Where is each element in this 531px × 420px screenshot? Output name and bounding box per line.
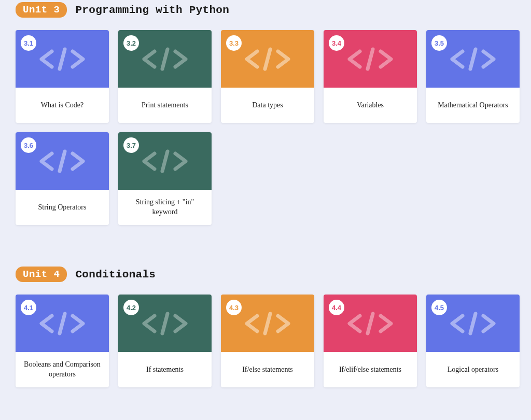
lesson-title: Mathematical Operators [438,101,508,110]
lesson-title: Print statements [142,101,188,110]
card-banner: 4.5 [426,295,520,352]
code-icon [136,46,193,72]
lesson-number-badge: 3.3 [226,35,242,51]
lesson-card[interactable]: 3.5 Mathematical Operators [426,30,520,123]
lesson-title: String Operators [38,203,87,213]
lesson-card[interactable]: 3.3 Data types [221,30,314,123]
unit-badge: Unit 3 [16,2,67,18]
lesson-title: String slicing + "in" keyword [123,198,206,217]
code-icon [444,311,501,337]
card-footer: Mathematical Operators [426,88,520,123]
card-banner: 3.1 [16,30,109,88]
lesson-card[interactable]: 3.7 String slicing + "in" keyword [118,132,212,225]
card-banner: 3.6 [16,132,109,190]
code-icon [342,311,399,337]
lesson-card[interactable]: 3.4 Variables [324,30,417,123]
lesson-title: Data types [252,101,283,110]
unit-header: Unit 3 Programming with Python [16,2,515,18]
code-icon [239,46,296,72]
lesson-card[interactable]: 4.3 If/else statements [221,295,314,387]
lesson-number-badge: 3.6 [21,137,36,153]
lesson-card[interactable]: 4.2 If statements [118,295,212,387]
card-footer: Variables [324,88,417,123]
card-footer: What is Code? [16,88,109,123]
lesson-number-badge: 3.7 [123,137,139,153]
lesson-number-badge: 3.2 [123,35,139,51]
card-banner: 3.7 [118,132,212,190]
card-footer: Data types [221,88,314,123]
lesson-card[interactable]: 3.6 String Operators [16,132,109,225]
unit-title: Conditionals [75,269,156,281]
card-banner: 3.4 [324,30,417,88]
card-banner: 4.1 [16,295,109,352]
unit-title: Programming with Python [75,4,229,16]
lesson-number-badge: 4.5 [431,300,447,315]
code-icon [239,311,296,337]
card-banner: 4.2 [118,295,212,352]
card-footer: If/else statements [221,352,314,387]
card-footer: If/elif/else statements [324,352,417,387]
card-banner: 4.3 [221,295,314,352]
lesson-grid-unit-4: 4.1 Booleans and Comparison operators 4.… [16,295,515,387]
code-icon [342,46,399,72]
lesson-card[interactable]: 3.2 Print statements [118,30,212,123]
lesson-card[interactable]: 3.1 What is Code? [16,30,109,123]
lesson-title: Logical operators [448,365,498,375]
lesson-card[interactable]: 4.1 Booleans and Comparison operators [16,295,109,387]
card-footer: If statements [118,352,212,387]
code-icon [34,46,91,72]
lesson-title: Variables [357,101,384,110]
card-footer: Logical operators [426,352,520,387]
code-icon [136,311,193,337]
card-banner: 4.4 [324,295,417,352]
lesson-number-badge: 4.2 [123,300,139,315]
code-icon [444,46,501,72]
lesson-title: If/elif/else statements [339,365,401,375]
lesson-number-badge: 4.4 [329,300,344,315]
lesson-number-badge: 3.4 [329,35,344,51]
unit-badge: Unit 4 [16,267,67,282]
card-banner: 3.2 [118,30,212,88]
card-banner: 3.3 [221,30,314,88]
unit-header: Unit 4 Conditionals [16,267,515,282]
card-footer: Print statements [118,88,212,123]
lesson-number-badge: 3.5 [431,35,447,51]
lesson-number-badge: 4.1 [21,300,36,315]
lesson-number-badge: 4.3 [226,300,242,315]
lesson-title: What is Code? [41,101,83,110]
lesson-number-badge: 3.1 [21,35,36,51]
lesson-title: If statements [146,365,184,375]
lesson-title: Booleans and Comparison operators [21,360,104,380]
lesson-title: If/else statements [242,365,293,375]
card-footer: String Operators [16,190,109,225]
code-icon [34,148,91,174]
code-icon [34,311,91,337]
lesson-card[interactable]: 4.5 Logical operators [426,295,520,387]
code-icon [136,148,193,174]
card-footer: Booleans and Comparison operators [16,352,109,387]
lesson-card[interactable]: 4.4 If/elif/else statements [324,295,417,387]
card-banner: 3.5 [426,30,520,88]
lesson-grid-unit-3: 3.1 What is Code? 3.2 Print statements 3… [16,30,515,225]
card-footer: String slicing + "in" keyword [118,190,212,225]
